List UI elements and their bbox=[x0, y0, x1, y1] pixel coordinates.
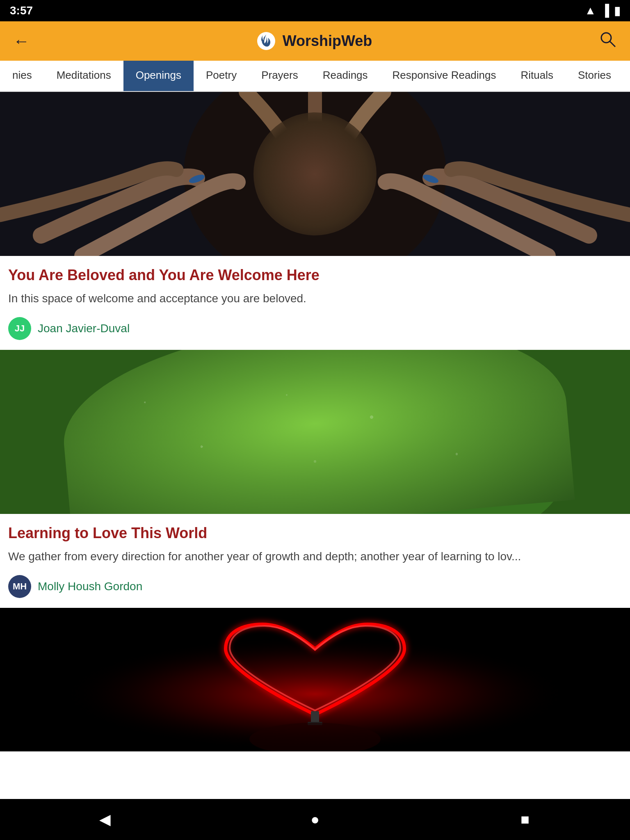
article-card[interactable]: You Are Beloved and You Are Welcome Here… bbox=[0, 92, 630, 350]
app-title-container: WorshipWeb bbox=[256, 31, 372, 51]
svg-point-10 bbox=[315, 156, 330, 162]
svg-point-12 bbox=[69, 399, 561, 514]
svg-point-1 bbox=[601, 33, 611, 43]
back-button[interactable]: ← bbox=[13, 32, 30, 50]
article-image bbox=[0, 92, 630, 256]
svg-point-24 bbox=[120, 461, 126, 468]
svg-point-6 bbox=[294, 158, 336, 199]
status-icons: ▲ ▐ ▮ bbox=[584, 4, 620, 18]
article-image bbox=[0, 350, 630, 514]
article-excerpt: We gather from every direction for anoth… bbox=[0, 548, 630, 572]
nav-recents-button[interactable]: ■ bbox=[509, 803, 541, 836]
tab-openings[interactable]: Openings bbox=[123, 61, 194, 91]
status-bar: 3:57 ▲ ▐ ▮ bbox=[0, 0, 630, 21]
author-row: JJ Joan Javier-Duval bbox=[0, 314, 630, 350]
svg-point-17 bbox=[242, 407, 250, 415]
author-avatar: JJ bbox=[8, 317, 31, 340]
tab-rituals[interactable]: Rituals bbox=[509, 61, 566, 91]
svg-rect-11 bbox=[0, 350, 630, 514]
article-excerpt: In this space of welcome and acceptance … bbox=[0, 290, 630, 314]
author-name: Molly Housh Gordon bbox=[38, 580, 142, 593]
heart-image-svg bbox=[0, 608, 630, 751]
article-image bbox=[0, 608, 630, 751]
svg-rect-30 bbox=[311, 711, 319, 724]
content-area: You Are Beloved and You Are Welcome Here… bbox=[0, 92, 630, 801]
plant-image-svg bbox=[0, 350, 630, 514]
tab-meditations[interactable]: Meditations bbox=[44, 61, 123, 91]
tab-stories[interactable]: Stories bbox=[566, 61, 623, 91]
svg-point-22 bbox=[343, 439, 354, 450]
svg-point-21 bbox=[427, 428, 434, 436]
tab-nies[interactable]: nies bbox=[0, 61, 44, 91]
nav-home-button[interactable]: ● bbox=[299, 803, 331, 836]
svg-point-5 bbox=[282, 145, 348, 211]
battery-icon: ▮ bbox=[614, 4, 620, 18]
svg-point-4 bbox=[184, 92, 446, 256]
author-name: Joan Javier-Duval bbox=[38, 322, 130, 335]
signal-icon: ▐ bbox=[601, 4, 609, 17]
author-avatar: MH bbox=[8, 575, 31, 598]
svg-point-15 bbox=[294, 438, 336, 475]
worshipweb-logo-icon bbox=[256, 31, 276, 51]
nav-back-button[interactable]: ◀ bbox=[89, 803, 121, 836]
tab-readings[interactable]: Readings bbox=[310, 61, 380, 91]
article-title: You Are Beloved and You Are Welcome Here bbox=[0, 256, 630, 290]
svg-point-20 bbox=[365, 411, 374, 420]
article-card[interactable]: Learning to Love This World We gather fr… bbox=[0, 350, 630, 608]
top-bar: ← WorshipWeb bbox=[0, 21, 630, 61]
svg-point-9 bbox=[300, 156, 315, 162]
svg-line-2 bbox=[610, 41, 615, 47]
svg-point-25 bbox=[487, 452, 497, 461]
svg-point-19 bbox=[158, 438, 170, 450]
app-title: WorshipWeb bbox=[283, 32, 372, 50]
author-row: MH Molly Housh Gordon bbox=[0, 572, 630, 608]
svg-point-16 bbox=[200, 427, 210, 437]
article-title: Learning to Love This World bbox=[0, 514, 630, 548]
wifi-icon: ▲ bbox=[584, 4, 596, 17]
tab-poetry[interactable]: Poetry bbox=[194, 61, 249, 91]
svg-point-14 bbox=[282, 428, 348, 485]
svg-point-26 bbox=[263, 395, 270, 403]
status-time: 3:57 bbox=[10, 4, 33, 17]
category-tabs: nies Meditations Openings Poetry Prayers… bbox=[0, 61, 630, 92]
article-card[interactable] bbox=[0, 608, 630, 751]
svg-point-23 bbox=[447, 444, 455, 452]
bottom-navigation: ◀ ● ■ bbox=[0, 799, 630, 840]
svg-rect-3 bbox=[0, 92, 630, 256]
search-icon bbox=[599, 30, 617, 48]
svg-point-27 bbox=[332, 386, 341, 395]
search-button[interactable] bbox=[599, 30, 617, 52]
tab-responsive-readings[interactable]: Responsive Readings bbox=[380, 61, 509, 91]
hands-image-svg bbox=[0, 92, 630, 256]
tab-prayers[interactable]: Prayers bbox=[249, 61, 310, 91]
svg-point-13 bbox=[266, 415, 364, 498]
svg-point-18 bbox=[284, 420, 290, 427]
